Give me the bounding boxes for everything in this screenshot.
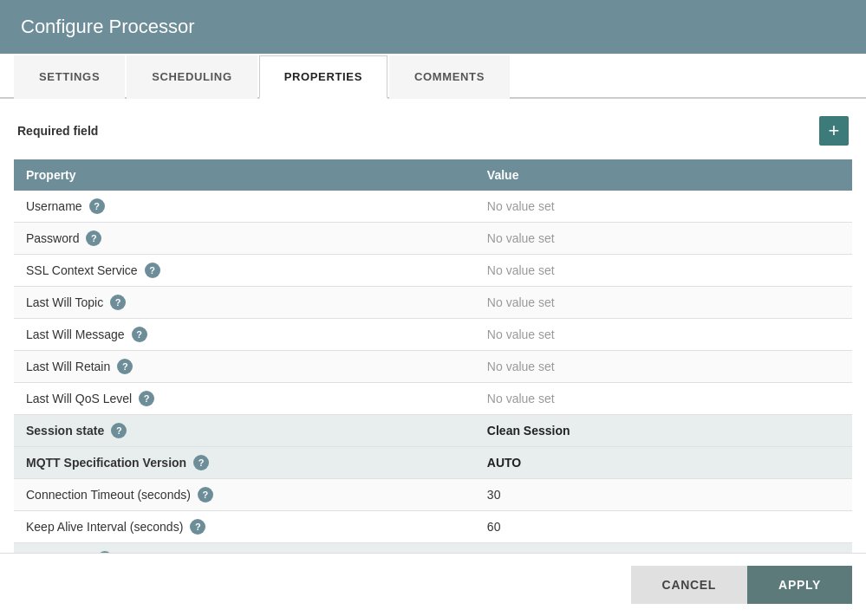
tab-bar: SETTINGS SCHEDULING PROPERTIES COMMENTS	[0, 54, 866, 99]
tab-settings[interactable]: SETTINGS	[14, 55, 125, 99]
add-property-button[interactable]: +	[819, 116, 849, 146]
required-field-row: Required field +	[14, 109, 852, 152]
properties-table: Property Value Username?No value setPass…	[14, 159, 852, 584]
help-icon[interactable]: ?	[190, 519, 205, 535]
tab-properties[interactable]: PROPERTIES	[259, 55, 387, 99]
property-cell: Last Will Message?	[14, 319, 475, 351]
value-cell: No value set	[475, 223, 852, 255]
table-header-row: Property Value	[14, 159, 852, 191]
property-cell: Connection Timeout (seconds)?	[14, 479, 475, 511]
property-cell: Last Will QoS Level?	[14, 383, 475, 415]
column-property: Property	[14, 159, 475, 191]
help-icon[interactable]: ?	[139, 391, 154, 406]
footer: CANCEL APPLY	[0, 553, 866, 616]
help-icon[interactable]: ?	[111, 423, 127, 438]
help-icon[interactable]: ?	[198, 487, 213, 503]
help-icon[interactable]: ?	[145, 263, 160, 278]
apply-button[interactable]: APPLY	[747, 566, 852, 604]
value-cell: No value set	[475, 351, 852, 383]
table-row[interactable]: Username?No value set	[14, 191, 852, 223]
required-field-label: Required field	[17, 124, 98, 138]
table-row[interactable]: Last Will Retain?No value set	[14, 351, 852, 383]
value-cell: 30	[475, 479, 852, 511]
table-row[interactable]: Password?No value set	[14, 223, 852, 255]
value-cell: AUTO	[475, 447, 852, 479]
help-icon[interactable]: ?	[117, 359, 133, 374]
table-row[interactable]: Session state?Clean Session	[14, 415, 852, 447]
value-cell: No value set	[475, 383, 852, 415]
table-row[interactable]: Last Will Message?No value set	[14, 319, 852, 351]
value-cell: No value set	[475, 255, 852, 287]
header-title: Configure Processor	[21, 16, 195, 37]
table-row[interactable]: MQTT Specification Version?AUTO	[14, 447, 852, 479]
help-icon[interactable]: ?	[86, 230, 101, 246]
property-cell: Session state?	[14, 415, 475, 447]
table-row[interactable]: Connection Timeout (seconds)?30	[14, 479, 852, 511]
tab-scheduling[interactable]: SCHEDULING	[127, 55, 257, 99]
help-icon[interactable]: ?	[89, 198, 105, 214]
property-cell: Last Will Retain?	[14, 351, 475, 383]
dialog: Configure Processor SETTINGS SCHEDULING …	[0, 0, 866, 616]
column-value: Value	[475, 159, 852, 191]
property-cell: MQTT Specification Version?	[14, 447, 475, 479]
properties-table-wrapper: Property Value Username?No value setPass…	[14, 159, 852, 584]
property-cell: Username?	[14, 191, 475, 223]
value-cell: Clean Session	[475, 415, 852, 447]
dialog-header: Configure Processor	[0, 0, 866, 54]
help-icon[interactable]: ?	[110, 295, 126, 310]
value-cell: No value set	[475, 319, 852, 351]
value-cell: 60	[475, 511, 852, 543]
help-icon[interactable]: ?	[132, 327, 147, 342]
table-row[interactable]: Last Will QoS Level?No value set	[14, 383, 852, 415]
value-cell: No value set	[475, 287, 852, 319]
property-cell: Last Will Topic?	[14, 287, 475, 319]
table-row[interactable]: Keep Alive Interval (seconds)?60	[14, 511, 852, 543]
tab-comments[interactable]: COMMENTS	[389, 55, 510, 99]
value-cell: No value set	[475, 191, 852, 223]
content-area: Required field + Property Value	[0, 99, 866, 584]
help-icon[interactable]: ?	[193, 455, 209, 470]
cancel-button[interactable]: CANCEL	[631, 566, 748, 604]
table-row[interactable]: Last Will Topic?No value set	[14, 287, 852, 319]
property-cell: SSL Context Service?	[14, 255, 475, 287]
property-cell: Keep Alive Interval (seconds)?	[14, 511, 475, 543]
property-cell: Password?	[14, 223, 475, 255]
table-body: Username?No value setPassword?No value s…	[14, 191, 852, 584]
table-row[interactable]: SSL Context Service?No value set	[14, 255, 852, 287]
